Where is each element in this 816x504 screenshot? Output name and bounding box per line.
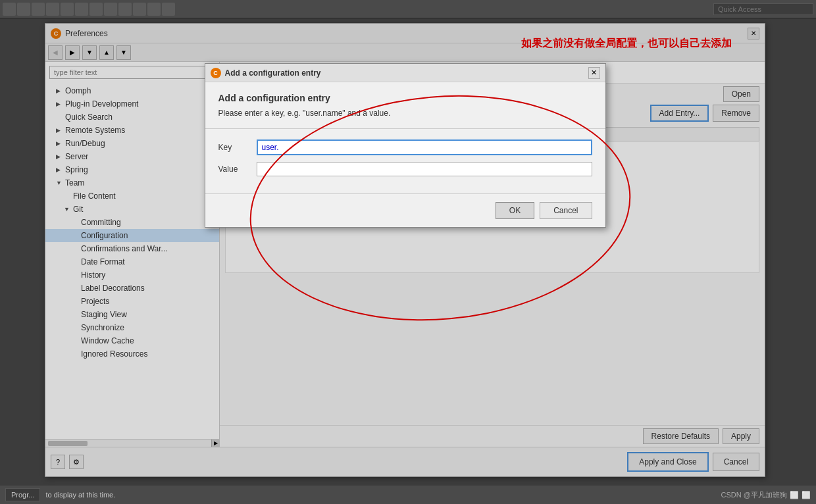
toolbar-icon-10 [133, 3, 146, 16]
dialog-title-bar: C Add a configuration entry ✕ [205, 64, 605, 82]
toolbar-icon-7 [89, 3, 103, 16]
dialog-body: Add a configuration entry Please enter a… [205, 82, 605, 193]
toolbar-icon-9 [118, 3, 132, 16]
key-label: Key [218, 143, 251, 152]
key-input[interactable] [257, 139, 592, 155]
toolbar-icon-8 [104, 3, 117, 16]
dialog-heading: Add a configuration entry [218, 93, 592, 103]
toolbar-icon-4 [46, 3, 59, 16]
toolbar-icon-11 [147, 3, 161, 16]
key-row: Key [218, 139, 592, 155]
dialog-icon: C [211, 68, 221, 78]
branding-text: CSDN @平凡加班狗 [721, 490, 787, 500]
status-icon-1: ⬜ [790, 491, 799, 499]
dialog-close-button[interactable]: ✕ [588, 67, 600, 79]
bottom-status-bar: Progr... to display at this time. CSDN @… [0, 486, 816, 504]
dialog-title: Add a configuration entry [225, 68, 588, 78]
toolbar-icon-1 [3, 3, 16, 16]
status-text: to display at this time. [45, 491, 115, 499]
status-icon-2: ⬜ [802, 491, 811, 499]
dialog-footer: OK Cancel [205, 193, 605, 227]
quick-access-input[interactable] [713, 3, 813, 15]
toolbar-icon-3 [32, 3, 45, 16]
branding: CSDN @平凡加班狗 ⬜ ⬜ [721, 490, 811, 500]
dialog-description: Please enter a key, e.g. "user.name" and… [218, 109, 592, 118]
toolbar-icon-6 [75, 3, 88, 16]
preferences-window: C Preferences ✕ ◀ ▶ ▼ ▲ ▼ ▶ Oomph ▶ Plug… [45, 23, 765, 477]
dialog-cancel-button[interactable]: Cancel [540, 202, 592, 219]
add-config-dialog: C Add a configuration entry ✕ Add a conf… [205, 63, 606, 228]
toolbar-icon-2 [17, 3, 30, 16]
top-toolbar [0, 0, 816, 18]
progress-label: Progr... [11, 491, 34, 499]
dialog-ok-button[interactable]: OK [496, 202, 534, 219]
toolbar-icons [3, 3, 713, 16]
progress-item: Progr... [5, 488, 40, 501]
value-row: Value [218, 162, 592, 176]
dialog-separator [205, 128, 605, 129]
toolbar-icon-12 [162, 3, 175, 16]
value-input[interactable] [257, 162, 592, 176]
toolbar-icon-5 [61, 3, 74, 16]
value-label: Value [218, 164, 251, 174]
dialog-backdrop: C Add a configuration entry ✕ Add a conf… [45, 24, 765, 476]
